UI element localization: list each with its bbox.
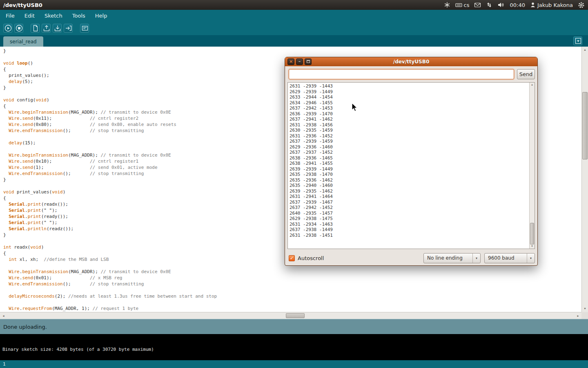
autoscroll-label: Autoscroll xyxy=(298,255,324,261)
send-button[interactable]: Send xyxy=(517,69,535,79)
serial-output-line: 2630 -2935 -1459 xyxy=(290,128,527,133)
keyboard-icon xyxy=(455,2,462,8)
code-line: delayMicroseconds(2); //needs at least 1… xyxy=(3,293,581,299)
serial-output-line: 2637 -2941 -1462 xyxy=(290,117,527,122)
output-scrollbar-handle[interactable] xyxy=(530,223,534,245)
verify-icon xyxy=(4,24,12,33)
username-label: Jakub Kakona xyxy=(537,2,573,8)
keyboard-layout-indicator[interactable]: cs xyxy=(455,2,470,8)
serial-output-line: 2637 -2939 -1459 xyxy=(290,139,527,144)
serial-monitor-icon xyxy=(80,24,89,33)
serial-output-scrollbar[interactable]: ▴ ▾ xyxy=(529,83,535,249)
scroll-down-arrow[interactable]: ▾ xyxy=(582,306,588,312)
serial-output-line: 2637 -2942 -1452 xyxy=(290,205,527,211)
serial-monitor-window: × – /dev/ttyUSB0 Send 2631 -2939 -144326… xyxy=(285,57,538,266)
sync-arrows-icon[interactable] xyxy=(486,2,492,8)
top-panel: /dev/ttyUSB0 cs 00:40 xyxy=(0,0,588,10)
chevron-down-icon[interactable]: ▾ xyxy=(527,254,535,263)
autoscroll-checkbox[interactable]: ✓ xyxy=(289,255,295,261)
serial-output-line: 2639 -2939 -1449 xyxy=(290,166,527,172)
menu-bar: File Edit Sketch Tools Help xyxy=(0,10,588,21)
menu-edit[interactable]: Edit xyxy=(20,10,40,21)
maximize-button[interactable] xyxy=(305,58,312,65)
serial-output-line: 2631 -2939 -1443 xyxy=(290,83,527,89)
code-line xyxy=(3,299,581,305)
save-sketch-button[interactable] xyxy=(53,24,62,33)
code-line: Wire.requestFrom(MAG_ADDR, 1); // reques… xyxy=(3,305,581,312)
mail-icon[interactable] xyxy=(474,2,481,8)
serial-output-line: 2631 -2938 -1456 xyxy=(290,122,527,128)
stop-button[interactable] xyxy=(14,24,23,33)
volume-icon[interactable] xyxy=(497,2,505,8)
checkmark-icon: ✓ xyxy=(290,256,294,261)
serial-output-line: 2633 -2944 -1454 xyxy=(290,94,527,100)
close-button[interactable]: × xyxy=(287,58,294,65)
serial-output-line: 2635 -2938 -1470 xyxy=(290,172,527,177)
stop-icon xyxy=(15,24,23,33)
upload-button[interactable] xyxy=(64,24,73,33)
serial-output-line: 2640 -2935 -1457 xyxy=(290,211,527,216)
serial-output-line: 2631 -2938 -1451 xyxy=(290,233,527,238)
menu-file[interactable]: File xyxy=(1,10,20,21)
menu-tools[interactable]: Tools xyxy=(67,10,90,21)
new-sketch-icon xyxy=(31,24,39,33)
serial-output-line: 2635 -2940 -1460 xyxy=(290,183,527,188)
tab-serial-read[interactable]: serial_read xyxy=(3,36,43,47)
line-ending-select[interactable]: No line ending ▾ xyxy=(423,253,481,263)
user-icon xyxy=(530,2,536,8)
toolbar xyxy=(0,21,588,35)
user-menu[interactable]: Jakub Kakona xyxy=(530,2,573,8)
serial-output-line: 2639 -2935 -1462 xyxy=(290,188,527,194)
open-sketch-button[interactable] xyxy=(42,24,51,33)
upload-icon xyxy=(64,24,72,33)
chevron-down-icon[interactable]: ▾ xyxy=(472,254,480,263)
editor-vertical-scrollbar[interactable]: ▴ ▾ xyxy=(581,47,588,312)
new-sketch-button[interactable] xyxy=(31,24,40,33)
screen: /dev/ttyUSB0 cs 00:40 xyxy=(0,0,588,368)
serial-window-titlebar[interactable]: × – /dev/ttyUSB0 xyxy=(285,57,537,66)
editor-horizontal-scrollbar[interactable]: ◂ ▸ xyxy=(0,312,581,319)
console-line: Binary sketch size: 4208 bytes (of a 307… xyxy=(2,347,586,352)
tab-bar: serial_read xyxy=(0,35,588,47)
editor-hscroll-handle[interactable] xyxy=(286,313,305,318)
minimize-icon: – xyxy=(298,59,301,64)
tab-menu-button[interactable] xyxy=(573,36,582,45)
baud-rate-select[interactable]: 9600 baud ▾ xyxy=(484,253,535,263)
serial-output-line: 2637 -2938 -1449 xyxy=(290,227,527,233)
serial-controls-bar: ✓ Autoscroll No line ending ▾ 9600 baud … xyxy=(285,252,537,264)
serial-output-line: 2638 -2936 -1465 xyxy=(290,155,527,161)
save-icon xyxy=(53,24,61,33)
console-output: Binary sketch size: 4208 bytes (of a 307… xyxy=(0,334,588,360)
menu-help[interactable]: Help xyxy=(90,10,112,21)
output-scroll-up-arrow[interactable]: ▴ xyxy=(530,83,535,87)
open-icon xyxy=(42,24,50,33)
clock[interactable]: 00:40 xyxy=(510,2,525,8)
scroll-up-arrow[interactable]: ▴ xyxy=(582,47,588,53)
serial-output-area: 2631 -2939 -14432629 -2939 -14492633 -29… xyxy=(287,82,535,249)
status-bar: Done uploading. xyxy=(0,319,588,334)
output-scroll-down-arrow[interactable]: ▾ xyxy=(530,244,535,249)
serial-output-line: 2629 -2936 -1460 xyxy=(290,144,527,150)
verify-button[interactable] xyxy=(3,24,12,33)
serial-output-line: 2636 -2939 -1470 xyxy=(290,111,527,117)
clock-label: 00:40 xyxy=(510,2,525,8)
serial-monitor-button[interactable] xyxy=(80,24,89,33)
session-gear-icon[interactable] xyxy=(578,2,585,9)
serial-input[interactable] xyxy=(289,69,514,79)
indicator-applet-icon[interactable] xyxy=(444,2,450,8)
serial-output-line: 2631 -2936 -1452 xyxy=(290,133,527,139)
send-button-label: Send xyxy=(519,71,533,77)
code-line: Wire.send(0x01); // x MSB reg xyxy=(3,275,581,281)
serial-output-line: 2634 -2946 -1455 xyxy=(290,100,527,106)
system-tray: cs 00:40 Jakub Kakona xyxy=(444,2,585,9)
minimize-button[interactable]: – xyxy=(296,58,303,65)
serial-output-text: 2631 -2939 -14432629 -2939 -14492633 -29… xyxy=(288,83,529,249)
code-line: Wire.beginTransmission(MAG_ADDR); // tra… xyxy=(3,269,581,275)
panel-window-title: /dev/ttyUSB0 xyxy=(3,2,42,8)
editor-vscroll-handle[interactable] xyxy=(582,92,588,159)
menu-sketch[interactable]: Sketch xyxy=(40,10,67,21)
serial-output-line: 2631 -2934 -1463 xyxy=(290,222,527,227)
scroll-left-arrow[interactable]: ◂ xyxy=(0,313,7,319)
scroll-right-arrow[interactable]: ▸ xyxy=(575,313,581,319)
status-message: Done uploading. xyxy=(3,324,47,330)
